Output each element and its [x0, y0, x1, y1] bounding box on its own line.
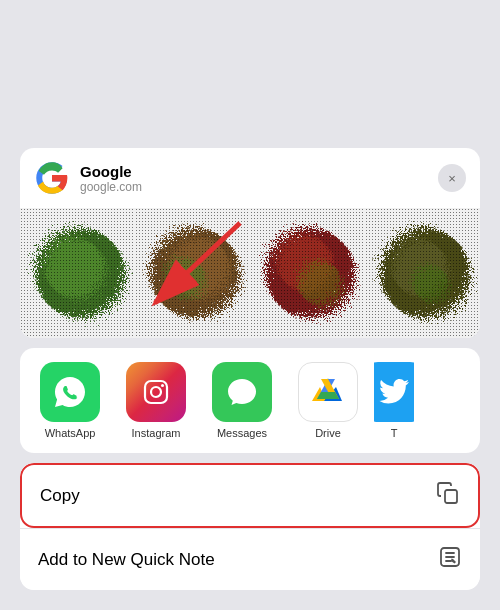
messages-icon: [212, 362, 272, 422]
add-quick-note-button[interactable]: Add to New Quick Note: [20, 528, 480, 590]
drive-label: Drive: [315, 427, 341, 439]
app-item-messages[interactable]: Messages: [202, 362, 282, 439]
svg-point-14: [151, 387, 161, 397]
header-row: Google google.com ×: [20, 148, 480, 208]
instagram-icon: [126, 362, 186, 422]
blob-2: [135, 208, 250, 338]
svg-point-15: [161, 384, 164, 387]
app-item-instagram[interactable]: Instagram: [116, 362, 196, 439]
app-item-whatsapp[interactable]: WhatsApp: [30, 362, 110, 439]
header-subtitle: google.com: [80, 180, 428, 194]
google-icon: [34, 160, 70, 196]
whatsapp-label: WhatsApp: [45, 427, 96, 439]
close-button[interactable]: ×: [438, 164, 466, 192]
header-title: Google: [80, 163, 428, 180]
instagram-label: Instagram: [132, 427, 181, 439]
header-text: Google google.com: [80, 163, 428, 194]
apps-row-card: WhatsApp Instagram: [20, 348, 480, 453]
blob-4: [365, 208, 480, 338]
drive-icon: [298, 362, 358, 422]
blob-3: [250, 208, 365, 338]
whatsapp-icon: [40, 362, 100, 422]
add-quick-note-label: Add to New Quick Note: [38, 550, 215, 570]
noise-blobs: [20, 208, 480, 338]
twitter-icon: [374, 362, 414, 422]
app-item-twitter[interactable]: T: [374, 362, 414, 439]
actions-card: Copy Add to New Quick Note: [20, 463, 480, 590]
copy-button[interactable]: Copy: [20, 463, 480, 528]
preview-area: [20, 208, 480, 338]
top-card: Google google.com ×: [20, 148, 480, 338]
twitter-label: T: [391, 427, 398, 439]
copy-label: Copy: [40, 486, 80, 506]
app-item-drive[interactable]: Drive: [288, 362, 368, 439]
copy-icon: [436, 481, 460, 510]
svg-rect-13: [145, 381, 167, 403]
share-sheet: Google google.com ×: [20, 148, 480, 590]
messages-label: Messages: [217, 427, 267, 439]
close-icon: ×: [448, 171, 456, 186]
apps-row: WhatsApp Instagram: [30, 362, 470, 439]
blob-1: [20, 208, 135, 338]
svg-rect-20: [445, 490, 457, 503]
quick-note-icon: [438, 545, 462, 574]
